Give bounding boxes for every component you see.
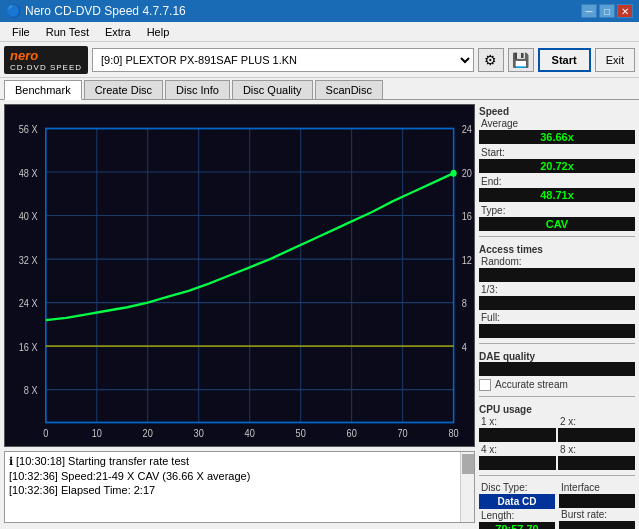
average-label: Average [479, 117, 635, 130]
accurate-stream-label: Accurate stream [493, 378, 570, 391]
save-icon-button[interactable]: 💾 [508, 48, 534, 72]
maximize-button[interactable]: □ [599, 4, 615, 18]
cpu-x8-label: 8 x: [558, 443, 635, 456]
log-icon-1: ℹ [9, 455, 13, 467]
cpu-x2-label: 2 x: [558, 415, 635, 428]
cpu-x8-value [558, 456, 635, 470]
one-third-label: 1/3: [479, 283, 635, 296]
menu-run-test[interactable]: Run Test [38, 24, 97, 40]
cpu-usage-section: CPU usage 1 x: 2 x: 4 x: 8 x: [479, 402, 635, 470]
nero-logo-text: nero [10, 48, 82, 63]
log-area: ℹ [10:30:18] Starting transfer rate test… [4, 451, 475, 523]
titlebar-controls: ─ □ ✕ [581, 4, 633, 18]
end-label: End: [479, 175, 635, 188]
full-label: Full: [479, 311, 635, 324]
tab-create-disc[interactable]: Create Disc [84, 80, 163, 99]
dae-quality-title: DAE quality [479, 351, 635, 362]
svg-text:0: 0 [43, 427, 49, 439]
svg-rect-0 [5, 105, 474, 446]
minimize-button[interactable]: ─ [581, 4, 597, 18]
disc-length-label: Length: [479, 509, 555, 522]
tab-benchmark[interactable]: Benchmark [4, 80, 82, 100]
svg-text:12: 12 [462, 254, 472, 266]
random-value [479, 268, 635, 282]
svg-text:48 X: 48 X [19, 167, 38, 179]
svg-text:32 X: 32 X [19, 254, 38, 266]
svg-text:40 X: 40 X [19, 211, 38, 223]
svg-point-42 [451, 170, 457, 177]
end-value: 48.71x [479, 188, 635, 202]
chart-svg: 56 X 48 X 40 X 32 X 24 X 16 X 8 X 24 20 … [5, 105, 474, 446]
tab-disc-quality[interactable]: Disc Quality [232, 80, 313, 99]
nero-logo: nero CD·DVD SPEED [4, 46, 88, 74]
type-label: Type: [479, 204, 635, 217]
cpu-x2-value [558, 428, 635, 442]
menu-file[interactable]: File [4, 24, 38, 40]
interface-label: Interface [559, 481, 635, 494]
log-line-3: [10:32:36] Elapsed Time: 2:17 [7, 483, 472, 497]
settings-icon-button[interactable]: ⚙ [478, 48, 504, 72]
disc-length-value: 79:57.70 [479, 522, 555, 529]
speed-section: Speed Average 36.66x Start: 20.72x End: … [479, 104, 635, 231]
cpu-x4-value [479, 456, 556, 470]
svg-text:24 X: 24 X [19, 298, 38, 310]
tab-scan-disc[interactable]: ScanDisc [315, 80, 383, 99]
log-line-2: [10:32:36] Speed:21-49 X CAV (36.66 X av… [7, 469, 472, 483]
svg-text:20: 20 [462, 167, 473, 179]
type-value: CAV [479, 217, 635, 231]
svg-text:8 X: 8 X [24, 385, 38, 397]
cpu-usage-title: CPU usage [479, 404, 635, 415]
start-button[interactable]: Start [538, 48, 591, 72]
dae-quality-value [479, 362, 635, 376]
interface-value [559, 494, 635, 508]
dae-quality-section: DAE quality Accurate stream [479, 349, 635, 391]
svg-text:16: 16 [462, 211, 473, 223]
disc-interface-row: Disc Type: Data CD Length: 79:57.70 Inte… [479, 481, 635, 529]
tab-disc-info[interactable]: Disc Info [165, 80, 230, 99]
start-value: 20.72x [479, 159, 635, 173]
access-times-title: Access times [479, 244, 635, 255]
menubar: File Run Test Extra Help [0, 22, 639, 42]
disc-type-section: Disc Type: Data CD Length: 79:57.70 [479, 481, 555, 529]
svg-text:8: 8 [462, 298, 468, 310]
full-value [479, 324, 635, 338]
menu-help[interactable]: Help [139, 24, 178, 40]
speed-title: Speed [479, 106, 635, 117]
access-times-section: Access times Random: 1/3: Full: [479, 242, 635, 338]
cpu-x1-label: 1 x: [479, 415, 556, 428]
one-third-value [479, 296, 635, 310]
app-icon: 🔵 [6, 4, 21, 18]
svg-text:50: 50 [296, 427, 307, 439]
svg-text:10: 10 [92, 427, 103, 439]
app-title: Nero CD-DVD Speed 4.7.7.16 [25, 4, 186, 18]
svg-text:60: 60 [347, 427, 358, 439]
average-value: 36.66x [479, 130, 635, 144]
drive-select[interactable]: [9:0] PLEXTOR PX-891SAF PLUS 1.KN [92, 48, 474, 72]
interface-section: Interface Burst rate: [559, 481, 635, 529]
svg-text:4: 4 [462, 341, 468, 353]
menu-extra[interactable]: Extra [97, 24, 139, 40]
disc-type-value: Data CD [479, 494, 555, 509]
start-label: Start: [479, 146, 635, 159]
svg-text:80: 80 [449, 427, 460, 439]
log-line-1: ℹ [10:30:18] Starting transfer rate test [7, 454, 472, 469]
tabbar: Benchmark Create Disc Disc Info Disc Qua… [0, 78, 639, 100]
svg-text:30: 30 [194, 427, 205, 439]
close-button[interactable]: ✕ [617, 4, 633, 18]
random-label: Random: [479, 255, 635, 268]
svg-text:40: 40 [245, 427, 256, 439]
chart-area: 56 X 48 X 40 X 32 X 24 X 16 X 8 X 24 20 … [4, 104, 475, 447]
exit-button[interactable]: Exit [595, 48, 635, 72]
nero-sub-text: CD·DVD SPEED [10, 63, 82, 72]
svg-text:24: 24 [462, 124, 473, 136]
titlebar-title: 🔵 Nero CD-DVD Speed 4.7.7.16 [6, 4, 186, 18]
log-scrollbar[interactable] [460, 452, 474, 522]
burst-rate-label: Burst rate: [559, 508, 635, 521]
svg-text:16 X: 16 X [19, 341, 38, 353]
titlebar: 🔵 Nero CD-DVD Speed 4.7.7.16 ─ □ ✕ [0, 0, 639, 22]
cpu-x4-label: 4 x: [479, 443, 556, 456]
log-scroll-thumb[interactable] [462, 454, 474, 474]
right-panel: Speed Average 36.66x Start: 20.72x End: … [479, 100, 639, 527]
burst-rate-value [559, 521, 635, 529]
accurate-stream-checkbox[interactable] [479, 379, 491, 391]
